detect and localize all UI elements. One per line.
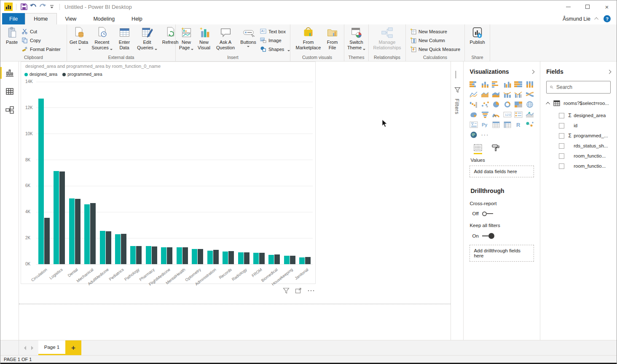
bar-programmed_area[interactable] bbox=[44, 218, 50, 264]
checkbox-icon[interactable] bbox=[559, 123, 564, 128]
undo-button[interactable] bbox=[29, 2, 38, 11]
keep-all-filters-toggle[interactable] bbox=[482, 233, 494, 239]
viz-card-icon[interactable]: 123 bbox=[503, 111, 512, 118]
bar-programmed_area[interactable] bbox=[274, 254, 280, 264]
data-view-button[interactable] bbox=[0, 85, 19, 98]
legend-item[interactable]: programmed_area bbox=[62, 72, 102, 77]
bar-designed_area[interactable] bbox=[177, 247, 182, 264]
bar-designed_area[interactable] bbox=[207, 251, 213, 265]
bar-programmed_area[interactable] bbox=[259, 253, 265, 265]
bar-designed_area[interactable] bbox=[115, 234, 121, 264]
new-page-button[interactable]: New Page bbox=[177, 26, 195, 51]
next-page-button[interactable] bbox=[31, 346, 33, 350]
add-page-button[interactable]: + bbox=[65, 340, 81, 355]
viz-stacked-area-icon[interactable] bbox=[492, 91, 500, 98]
maximize-button[interactable] bbox=[578, 0, 597, 13]
from-file-button[interactable]: From File bbox=[324, 26, 341, 51]
bar-programmed_area[interactable] bbox=[290, 256, 295, 264]
ask-a-question-button[interactable]: Ask A Question bbox=[213, 26, 238, 51]
viz-hundred-stacked-bar-icon[interactable] bbox=[514, 81, 523, 88]
bar-designed_area[interactable] bbox=[192, 249, 197, 264]
recent-sources-button[interactable]: Recent Sources bbox=[89, 26, 115, 51]
add-drillthrough-fields-dropzone[interactable]: Add drillthrough fields here bbox=[469, 245, 534, 262]
checkbox-icon[interactable] bbox=[559, 143, 564, 149]
viz-treemap-icon[interactable] bbox=[514, 101, 523, 108]
viz-donut-icon[interactable] bbox=[503, 101, 512, 108]
bar-programmed_area[interactable] bbox=[59, 171, 65, 264]
new-measure-button[interactable]: New Measure bbox=[410, 27, 460, 36]
bar-designed_area[interactable] bbox=[268, 255, 274, 264]
copy-button[interactable]: Copy bbox=[21, 36, 61, 45]
bar-programmed_area[interactable] bbox=[305, 257, 311, 264]
redo-button[interactable] bbox=[38, 2, 47, 11]
manage-relationships-button[interactable]: Manage Relationships bbox=[370, 26, 405, 51]
bar-designed_area[interactable] bbox=[161, 247, 166, 265]
publish-button[interactable]: Publish bbox=[467, 26, 488, 45]
focus-mode-icon[interactable] bbox=[295, 287, 302, 294]
collapse-panel-button[interactable] bbox=[607, 70, 612, 74]
collapse-table-icon[interactable] bbox=[546, 102, 550, 106]
bar-programmed_area[interactable] bbox=[182, 247, 188, 264]
viz-pie-icon[interactable] bbox=[492, 101, 500, 108]
model-view-button[interactable] bbox=[0, 104, 19, 116]
bar-programmed_area[interactable] bbox=[121, 234, 126, 264]
get-data-button[interactable]: Get Data bbox=[69, 26, 89, 51]
bar-programmed_area[interactable] bbox=[167, 247, 172, 265]
new-quick-measure-button[interactable]: New Quick Measure bbox=[410, 45, 460, 54]
bar-designed_area[interactable] bbox=[284, 256, 290, 264]
checkbox-icon[interactable] bbox=[559, 133, 564, 139]
viz-multi-row-card-icon[interactable] bbox=[514, 111, 523, 118]
expand-filters-button[interactable] bbox=[456, 71, 456, 78]
bar-designed_area[interactable] bbox=[238, 252, 244, 265]
bar-designed_area[interactable] bbox=[38, 99, 44, 264]
format-tab[interactable] bbox=[491, 144, 500, 154]
bar-programmed_area[interactable] bbox=[244, 252, 249, 265]
page-tab[interactable]: Page 1 bbox=[38, 340, 65, 355]
customize-toolbar-button[interactable] bbox=[47, 2, 56, 11]
save-button[interactable] bbox=[19, 2, 29, 11]
bar-designed_area[interactable] bbox=[69, 198, 75, 264]
switch-theme-button[interactable]: Switch Theme bbox=[346, 26, 368, 51]
viz-table-icon[interactable] bbox=[492, 121, 500, 128]
viz-gauge-icon[interactable] bbox=[492, 111, 500, 118]
field-row[interactable]: room_functio... bbox=[546, 151, 611, 161]
bar-designed_area[interactable] bbox=[223, 252, 228, 264]
viz-line-and-stacked-column-icon[interactable] bbox=[503, 91, 512, 98]
viz-slicer-icon[interactable] bbox=[469, 121, 478, 128]
tab-home[interactable]: Home bbox=[25, 13, 56, 24]
bar-programmed_area[interactable] bbox=[152, 246, 157, 264]
bar-designed_area[interactable] bbox=[84, 204, 90, 264]
viz-line-and-clustered-column-icon[interactable] bbox=[514, 91, 523, 98]
text-box-button[interactable]: A Text box bbox=[260, 27, 290, 36]
viz-area-icon[interactable] bbox=[481, 91, 489, 98]
report-canvas[interactable]: designed_area and programmed_area by roo… bbox=[19, 62, 451, 340]
cut-button[interactable]: Cut bbox=[21, 27, 61, 36]
bar-programmed_area[interactable] bbox=[198, 249, 203, 265]
image-button[interactable]: Image bbox=[260, 36, 290, 45]
checkbox-icon[interactable] bbox=[559, 163, 564, 169]
new-visual-button[interactable]: New Visual bbox=[195, 26, 213, 51]
checkbox-icon[interactable] bbox=[559, 153, 564, 159]
paste-button[interactable]: Paste bbox=[2, 26, 21, 45]
viz-clustered-bar-icon[interactable] bbox=[492, 81, 500, 88]
viz-python-icon[interactable]: Py bbox=[481, 121, 489, 128]
add-data-fields-dropzone[interactable]: Add data fields here bbox=[469, 166, 534, 177]
help-icon[interactable]: ? bbox=[604, 15, 611, 22]
field-row[interactable]: id bbox=[546, 120, 611, 131]
legend-item[interactable]: designed_area bbox=[24, 72, 57, 77]
viz-hundred-stacked-column-icon[interactable] bbox=[526, 81, 534, 88]
tab-view[interactable]: View bbox=[57, 13, 85, 24]
minimize-button[interactable] bbox=[558, 0, 578, 13]
edit-queries-button[interactable]: Edit Queries bbox=[136, 26, 158, 51]
from-marketplace-button[interactable]: From Marketplace bbox=[293, 26, 324, 51]
buttons-button[interactable]: Buttons bbox=[238, 26, 258, 48]
new-column-button[interactable]: New Column bbox=[410, 36, 460, 45]
bar-designed_area[interactable] bbox=[253, 253, 259, 265]
viz-clustered-column-icon[interactable] bbox=[503, 81, 512, 88]
format-painter-button[interactable]: Format Painter bbox=[21, 45, 61, 54]
tab-help[interactable]: Help bbox=[123, 13, 151, 24]
more-visuals-button[interactable]: ··· bbox=[481, 131, 489, 138]
bar-programmed_area[interactable] bbox=[75, 199, 80, 264]
close-button[interactable]: × bbox=[597, 0, 617, 13]
viz-arcgis-map-icon[interactable] bbox=[469, 131, 478, 138]
